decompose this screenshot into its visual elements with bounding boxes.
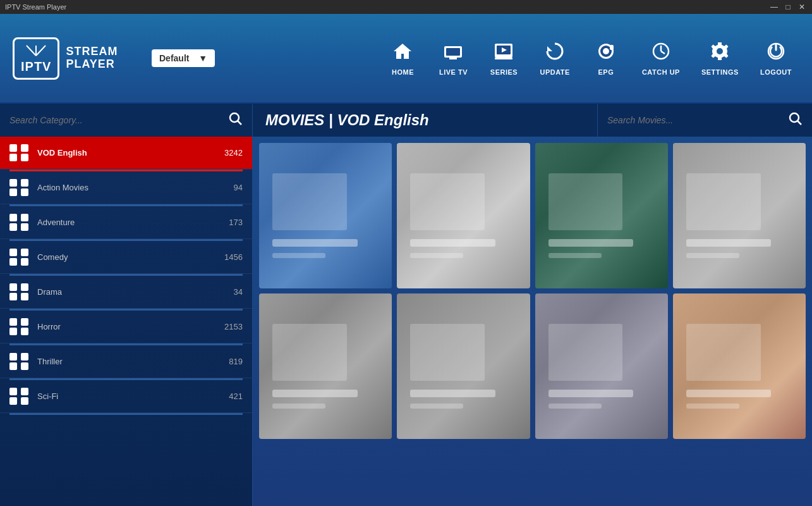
category-name: Adventure: [37, 218, 221, 227]
category-item-cat3[interactable]: Adventure 173: [0, 206, 252, 239]
update-icon: [545, 41, 565, 66]
thumb-content: [272, 311, 379, 421]
movie-card[interactable]: [673, 143, 806, 288]
nav-catch-up-label: CATCH UP: [642, 68, 680, 76]
movie-card[interactable]: [259, 143, 392, 288]
logout-icon: [766, 41, 786, 66]
movie-card[interactable]: [673, 293, 806, 439]
category-item-cat6[interactable]: Horror 2153: [0, 311, 252, 343]
thumb-subtitle: [686, 404, 739, 409]
movie-thumbnail: [535, 293, 668, 439]
category-count: 3242: [224, 148, 243, 157]
thumb-content: [410, 311, 516, 421]
epg-icon: [596, 41, 616, 66]
movie-thumbnail: [535, 143, 668, 288]
search-category-icon[interactable]: [229, 112, 243, 129]
movie-card[interactable]: [535, 143, 668, 288]
thumb-content: [410, 161, 516, 271]
search-movies-area: [597, 104, 812, 137]
title-bar-text: IPTV Stream Player: [5, 3, 66, 11]
profile-dropdown[interactable]: Default ▼: [152, 49, 215, 67]
svg-line-23: [797, 121, 801, 125]
category-item-cat2[interactable]: Action Movies 94: [0, 171, 252, 204]
category-bar: [9, 413, 243, 415]
nav-catch-up[interactable]: CATCH UP: [634, 36, 688, 81]
search-category-area: [0, 104, 253, 137]
nav-epg[interactable]: EPG: [584, 36, 628, 81]
nav-live-tv[interactable]: LIVE TV: [431, 36, 475, 81]
category-name: Comedy: [37, 252, 217, 262]
nav-items: HOME LIVE TV SERIES: [227, 36, 799, 81]
movie-thumbnail: [259, 293, 392, 439]
minimize-button[interactable]: —: [769, 3, 779, 11]
movie-thumbnail: [673, 143, 806, 288]
thumb-subtitle: [410, 253, 463, 258]
thumb-image: [410, 173, 485, 230]
svg-rect-9: [495, 58, 512, 59]
thumb-image: [686, 173, 761, 230]
svg-line-17: [661, 51, 665, 54]
thumb-title: [686, 390, 772, 397]
svg-line-1: [36, 46, 45, 56]
nav-series-label: SERIES: [490, 68, 518, 76]
thumb-image: [548, 324, 623, 381]
thumb-content: [272, 161, 379, 271]
category-name: VOD English: [37, 148, 217, 157]
category-item-cat7[interactable]: Thriller 819: [0, 345, 252, 378]
nav-settings-label: SETTINGS: [701, 68, 739, 76]
category-item-cat5[interactable]: Drama 34: [0, 276, 252, 309]
header: IPTV STREAM PLAYER Default ▼ HOME: [0, 14, 812, 104]
main-content: VOD English 3242 Action Movies 94 Advent…: [0, 137, 812, 506]
svg-rect-14: [610, 45, 614, 50]
search-category-input[interactable]: [9, 115, 229, 125]
category-icon: [9, 353, 30, 370]
nav-update[interactable]: UPDATE: [532, 36, 577, 81]
close-button[interactable]: ✕: [797, 3, 807, 11]
categories-list: VOD English 3242 Action Movies 94 Advent…: [0, 137, 252, 415]
category-name: Thriller: [37, 357, 221, 366]
maximize-button[interactable]: □: [783, 3, 793, 11]
thumb-image: [272, 324, 347, 381]
thumb-subtitle: [410, 404, 463, 409]
logo-stream-player-text: STREAM PLAYER: [66, 46, 118, 71]
thumb-subtitle: [548, 253, 602, 258]
nav-epg-label: EPG: [598, 68, 614, 76]
svg-rect-5: [449, 58, 457, 59]
nav-logout[interactable]: LOGOUT: [753, 36, 799, 81]
thumb-title: [272, 390, 358, 397]
nav-home[interactable]: HOME: [380, 36, 425, 81]
svg-point-20: [230, 113, 239, 122]
category-count: 173: [229, 218, 243, 227]
category-item-all[interactable]: VOD English 3242: [0, 137, 252, 170]
movie-thumbnail: [397, 143, 530, 288]
movie-card[interactable]: [397, 143, 530, 288]
thumb-content: [548, 311, 655, 421]
thumb-title: [548, 390, 634, 397]
movie-thumbnail: [259, 143, 392, 288]
thumb-content: [548, 161, 655, 271]
logo-iptv-text: IPTV: [21, 60, 51, 73]
thumb-image: [410, 324, 485, 381]
svg-line-0: [27, 46, 36, 56]
category-name: Horror: [37, 322, 217, 331]
movie-card[interactable]: [397, 293, 530, 439]
search-movies-input[interactable]: [607, 115, 789, 125]
profile-label: Default: [159, 53, 189, 63]
nav-settings[interactable]: SETTINGS: [694, 36, 746, 81]
nav-series[interactable]: SERIES: [482, 36, 526, 81]
live-tv-icon: [443, 41, 463, 66]
category-item-cat8[interactable]: Sci-Fi 421: [0, 380, 252, 413]
category-name: Drama: [37, 287, 226, 297]
category-item-cat4[interactable]: Comedy 1456: [0, 241, 252, 274]
svg-marker-10: [547, 46, 552, 51]
svg-line-21: [238, 121, 241, 125]
search-movies-icon[interactable]: [789, 112, 803, 129]
series-icon: [494, 41, 514, 66]
svg-rect-4: [446, 48, 460, 56]
movie-card[interactable]: [535, 293, 668, 439]
movie-card[interactable]: [259, 293, 392, 439]
category-icon: [9, 249, 30, 266]
thumb-image: [548, 173, 623, 230]
thumb-content: [686, 161, 792, 271]
thumb-title: [410, 390, 495, 397]
